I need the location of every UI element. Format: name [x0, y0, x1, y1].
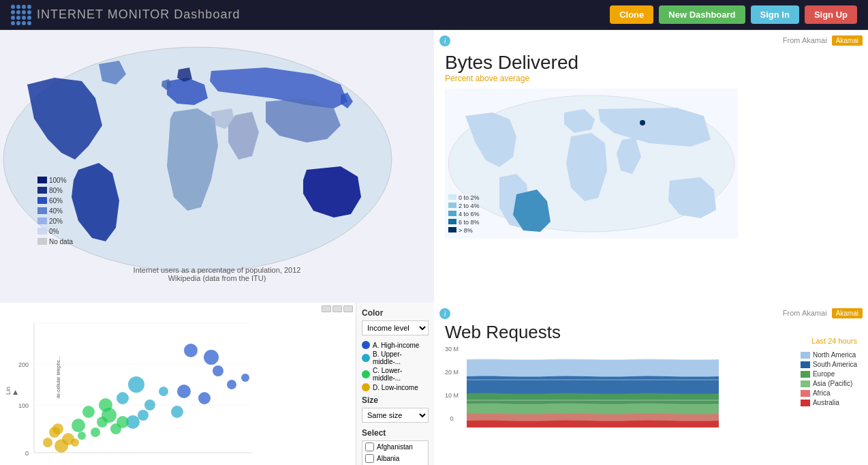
- main-content: 100% 80% 60% 40% 20% 0% No data Internet…: [0, 30, 868, 465]
- svg-point-57: [78, 432, 86, 440]
- svg-point-64: [99, 398, 112, 412]
- svg-text:20%: 20%: [49, 217, 63, 225]
- size-select[interactable]: Same size: [362, 408, 429, 423]
- svg-point-43: [241, 374, 249, 382]
- new-dashboard-button[interactable]: New Dashboard: [659, 5, 745, 24]
- web-requests-title: Web Requests: [445, 322, 857, 343]
- color-legend-item-4: D. Low-income: [362, 383, 429, 391]
- svg-point-46: [144, 400, 155, 410]
- legend-north-america: North America: [801, 351, 857, 359]
- bytes-map-svg: 0 to 2% 2 to 4% 4 to 6% 6 to 8% > 8%: [445, 89, 738, 239]
- legend-south-america: South America: [801, 361, 857, 368]
- svg-text:0 to 2%: 0 to 2%: [459, 194, 480, 201]
- svg-rect-1: [37, 177, 47, 183]
- svg-point-44: [204, 350, 219, 365]
- svg-rect-13: [37, 238, 47, 245]
- svg-text:200: 200: [18, 361, 29, 368]
- web-source: From Akamai Akamai: [783, 308, 863, 318]
- header-buttons: Clone New Dashboard Sign In Sign Up: [610, 5, 857, 24]
- scatter-controls: Color Income level A. High-income B. Upp…: [356, 303, 434, 465]
- web-info-icon[interactable]: i: [439, 308, 450, 319]
- svg-point-40: [213, 365, 223, 376]
- select-label: Select: [362, 428, 429, 438]
- world-map-container: 100% 80% 60% 40% 20% 0% No data Internet…: [0, 44, 434, 289]
- color-legend-item-1: A. High-income: [362, 341, 429, 349]
- svg-text:Lin: Lin: [5, 387, 12, 395]
- svg-text:No data: No data: [49, 238, 73, 245]
- color-select[interactable]: Income level: [362, 320, 429, 335]
- svg-rect-22: [448, 211, 456, 216]
- svg-text:4 to 6%: 4 to 6%: [459, 211, 480, 217]
- logo-subtitle: Dashboard: [170, 7, 240, 21]
- chart-toolbar: [322, 305, 353, 312]
- svg-text:60%: 60%: [49, 197, 63, 205]
- svg-text:0: 0: [25, 450, 29, 457]
- web-akamai-badge: Akamai: [832, 308, 863, 318]
- map-caption-line2: Wikipedia (data from the ITU): [0, 274, 434, 282]
- color-label: Color: [362, 308, 429, 318]
- checkbox-afghanistan[interactable]: [365, 442, 374, 451]
- scatter-panel: 0 100 200 Lin ▶ ile-cellular telephc...: [0, 303, 434, 465]
- web-requests-panel: i From Akamai Akamai Web Requests Last 2…: [434, 303, 868, 465]
- map-caption: Internet users as a percentage of popula…: [0, 266, 434, 282]
- svg-rect-24: [448, 219, 456, 224]
- svg-point-53: [91, 427, 100, 437]
- svg-point-56: [117, 416, 129, 428]
- chart-toolbar-btn-1[interactable]: [322, 305, 331, 312]
- world-map-panel: 100% 80% 60% 40% 20% 0% No data Internet…: [0, 30, 434, 303]
- web-chart-svg: [467, 346, 719, 427]
- select-item-albania[interactable]: Albania: [362, 453, 428, 464]
- world-map-svg: 100% 80% 60% 40% 20% 0% No data: [0, 44, 395, 275]
- clone-button[interactable]: Clone: [610, 5, 653, 24]
- logo-text: INTERNET MONITOR Dashboard: [37, 7, 240, 22]
- svg-text:80%: 80%: [49, 187, 63, 194]
- svg-point-67: [177, 385, 191, 398]
- svg-point-41: [198, 392, 211, 404]
- map-caption-line1: Internet users as a percentage of popula…: [0, 266, 434, 274]
- svg-point-62: [71, 438, 79, 447]
- color-legend-item-3: C. Lower-middle-...: [362, 367, 429, 382]
- y-label-20m: 20 M: [445, 369, 459, 376]
- y-label-30m: 30 M: [445, 346, 459, 352]
- svg-rect-18: [448, 194, 456, 200]
- bytes-map-container: 0 to 2% 2 to 4% 4 to 6% 6 to 8% > 8%: [445, 89, 857, 252]
- svg-text:2 to 4%: 2 to 4%: [459, 202, 480, 209]
- svg-point-63: [52, 423, 63, 434]
- header: INTERNET MONITOR Dashboard Clone New Das…: [0, 0, 868, 30]
- scatter-chart-area: 0 100 200 Lin ▶ ile-cellular telephc...: [0, 303, 356, 465]
- info-icon[interactable]: i: [439, 35, 450, 46]
- country-select-list[interactable]: Afghanistan Albania Algeria: [362, 440, 429, 465]
- akamai-badge: Akamai: [832, 35, 863, 46]
- scatter-svg: 0 100 200 Lin ▶ ile-cellular telephc...: [0, 316, 259, 465]
- svg-text:100%: 100%: [49, 177, 67, 184]
- y-label-0: 0: [450, 415, 454, 422]
- chart-toolbar-btn-3[interactable]: [343, 305, 353, 312]
- svg-point-66: [171, 406, 183, 418]
- chart-toolbar-btn-2[interactable]: [332, 305, 342, 312]
- svg-rect-5: [37, 197, 47, 204]
- panel-source: From Akamai Akamai: [783, 35, 863, 46]
- size-label: Size: [362, 395, 429, 405]
- bytes-delivered-panel: i From Akamai Akamai Bytes Delivered Per…: [434, 30, 868, 303]
- web-chart-area: 30 M 20 M 10 M 0: [445, 346, 857, 427]
- svg-point-48: [159, 387, 168, 396]
- svg-point-61: [55, 439, 68, 453]
- sign-in-button[interactable]: Sign In: [751, 5, 799, 24]
- svg-point-65: [138, 410, 149, 421]
- logo-brand: INTERNET MONITOR: [37, 7, 170, 21]
- legend-asia-pacific: Asia (Pacific): [801, 380, 857, 387]
- svg-text:ile-cellular telephc...: ile-cellular telephc...: [56, 356, 61, 398]
- svg-rect-7: [37, 207, 47, 214]
- sign-up-button[interactable]: Sign Up: [805, 5, 857, 24]
- y-label-10m: 10 M: [445, 392, 459, 399]
- svg-rect-3: [37, 187, 47, 194]
- svg-point-42: [227, 380, 236, 389]
- svg-point-17: [640, 120, 645, 125]
- select-item-afghanistan[interactable]: Afghanistan: [362, 441, 428, 453]
- svg-text:6 to 8%: 6 to 8%: [459, 219, 480, 226]
- checkbox-albania[interactable]: [365, 454, 374, 463]
- svg-text:40%: 40%: [49, 207, 63, 215]
- svg-point-52: [72, 419, 85, 432]
- web-legend: North America South America Europe Asia …: [801, 346, 857, 427]
- svg-point-47: [117, 392, 129, 404]
